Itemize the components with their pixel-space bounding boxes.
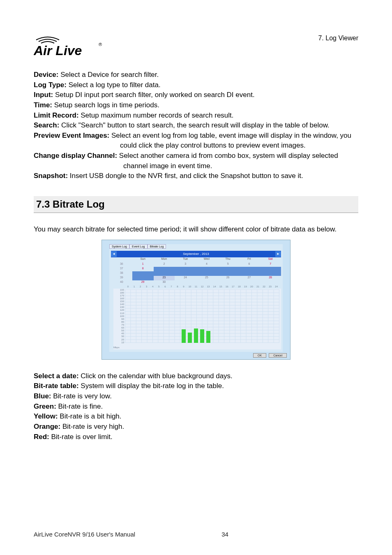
footer-manual-title: AirLive CoreNVR 9/16 User's Manual xyxy=(34,531,135,538)
airlive-logo-icon: Air Live ® xyxy=(34,33,104,58)
def-text: Select a Device for search filter. xyxy=(58,71,159,79)
section-heading: 7.3 Bitrate Log xyxy=(34,196,358,213)
chart-bars xyxy=(125,289,279,343)
post-definitions-block: Select a date: Click on the calendar wit… xyxy=(34,371,358,442)
def-label: Time: xyxy=(34,101,52,109)
def-label: Device: xyxy=(34,71,58,79)
def-text: Bit-rate is fine. xyxy=(56,402,103,410)
def-text: System will display the bit-rate log in … xyxy=(79,382,224,390)
def-text: Insert USB dongle to the NVR first, and … xyxy=(68,172,303,180)
chart-bar xyxy=(188,333,192,343)
intro-text: You may search bitrate for selected time… xyxy=(34,224,358,235)
tab-bitrate-log[interactable]: Bitrate Log xyxy=(148,244,166,249)
def-text: Select another camera id from combo box,… xyxy=(117,152,338,170)
def-label: Yellow: xyxy=(34,412,58,420)
def-text: Setup maximum number records of search r… xyxy=(79,111,234,119)
calendar-grid[interactable]: 3612345673783839232425262728402930 xyxy=(111,262,281,285)
screenshot-tabs: System Log Event Log Bitrate Log xyxy=(109,244,166,249)
def-text: Bit-rate is very high. xyxy=(60,423,124,430)
def-text: Bit-rate is a bit high. xyxy=(58,412,122,420)
def-label: Log Type: xyxy=(34,81,67,89)
def-label: Blue: xyxy=(34,392,51,400)
chart-bar xyxy=(206,331,210,343)
tab-event-log[interactable]: Event Log xyxy=(129,244,148,249)
chart-unit-label: Mbps xyxy=(113,346,120,349)
cancel-button[interactable]: Cancel xyxy=(269,353,287,358)
section-title: Bitrate Log xyxy=(53,199,105,210)
def-label: Search: xyxy=(34,121,59,129)
svg-text:Air Live: Air Live xyxy=(34,43,82,58)
chart-bar xyxy=(182,329,186,343)
def-label: Preview Event Images: xyxy=(34,132,109,139)
def-label: Bit-rate table: xyxy=(34,382,79,390)
logo: Air Live ® xyxy=(34,33,104,58)
def-text: Select an event log from log table, even… xyxy=(109,132,351,150)
def-text: Bit-rate is very low. xyxy=(51,392,112,400)
def-text: Click "Search" button to start search, t… xyxy=(59,121,329,129)
chart-bar xyxy=(194,328,198,342)
def-label: Orange: xyxy=(34,423,60,430)
calendar-next-icon[interactable]: ► xyxy=(275,251,281,257)
def-label: Change display Channel: xyxy=(34,152,117,160)
def-label: Select a date: xyxy=(34,372,79,380)
page-header: Air Live ® 7. Log Viewer xyxy=(34,33,358,58)
def-label: Snapshot: xyxy=(34,172,68,180)
section-intro: You may search bitrate for selected time… xyxy=(34,224,358,235)
svg-text:®: ® xyxy=(99,42,102,47)
calendar-title: September , 2013 xyxy=(183,252,209,256)
bitrate-chart: 1901801701601501401301201101009080706050… xyxy=(113,289,281,349)
def-text: Setup DI input port search filter, only … xyxy=(53,91,254,99)
tab-system-log[interactable]: System Log xyxy=(109,244,129,249)
page-footer: AirLive CoreNVR 9/16 User's Manual 34 xyxy=(34,531,358,538)
footer-page-number: 34 xyxy=(221,531,228,538)
breadcrumb: 7. Log Viewer xyxy=(318,35,358,42)
chart-x-axis: 0123456789101112131415161718192021222324 xyxy=(125,285,279,289)
def-text: Click on the calendar with blue backgrou… xyxy=(79,372,233,380)
def-text: Setup search logs in time periods. xyxy=(52,101,159,109)
def-label: Limit Record: xyxy=(34,111,79,119)
chart-y-axis: 1901801701601501401301201101009080706050… xyxy=(114,289,124,344)
definitions-block: Device: Select a Device for search filte… xyxy=(34,70,358,181)
ok-button[interactable]: OK xyxy=(253,353,266,358)
def-text: Bit-rate is over limit. xyxy=(49,433,113,441)
def-text: Select a log type to filter data. xyxy=(67,81,161,89)
calendar-prev-icon[interactable]: ◄ xyxy=(111,251,117,257)
bitrate-log-screenshot: System Log Event Log Bitrate Log ◄ Septe… xyxy=(101,240,291,360)
calendar-header: ◄ September , 2013 ► xyxy=(111,251,281,257)
def-label: Red: xyxy=(34,433,49,441)
calendar-dow-row: Sun Mon Tue Wed Thu Fri Sat xyxy=(111,257,281,262)
chart-bar xyxy=(200,329,204,343)
def-label: Input: xyxy=(34,91,53,99)
section-number: 7.3 xyxy=(36,199,50,210)
def-label: Green: xyxy=(34,402,56,410)
